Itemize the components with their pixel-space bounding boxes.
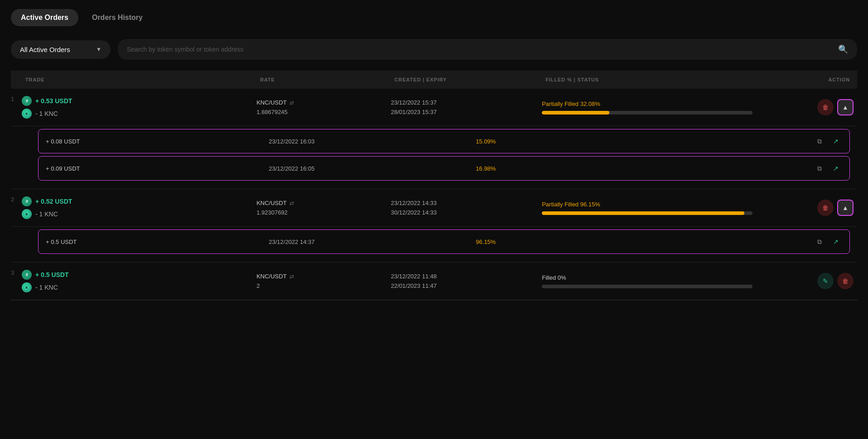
delete-button[interactable]: 🗑 — [817, 99, 834, 115]
table-row: 3 ₮ + 0.5 USDT K - 1 KNC — [11, 262, 857, 300]
expand-button[interactable]: ▲ — [837, 99, 854, 115]
filter-label: All Active Orders — [20, 46, 70, 53]
progress-bar — [542, 211, 752, 215]
expiry-date: 28/01/2023 15:37 — [391, 109, 535, 115]
expand-button[interactable]: ▲ — [837, 200, 854, 216]
trade-out-amount: - 1 KNC — [35, 210, 58, 218]
created-date: 23/12/2022 11:48 — [391, 273, 535, 280]
sub-row-amount: + 0.09 USDT — [46, 165, 269, 172]
usdt-icon: ₮ — [22, 96, 32, 106]
trade-out-amount: - 1 KNC — [35, 110, 58, 117]
page-wrapper: Active Orders Orders History All Active … — [0, 0, 868, 310]
external-link-button[interactable]: ↗ — [829, 162, 842, 175]
sub-rows-row: + 0.5 USDT 23/12/2022 14:37 96.15% ⧉ ↗ — [11, 227, 857, 262]
progress-fill — [542, 211, 744, 215]
search-input[interactable] — [127, 46, 833, 53]
status-cell: Partially Filled 96.15% — [538, 189, 756, 227]
sub-rows-cell: + 0.5 USDT 23/12/2022 14:37 96.15% ⧉ ↗ — [11, 227, 857, 262]
dates-cell: 23/12/2022 11:48 22/01/2023 11:47 — [387, 262, 538, 300]
knc-icon: K — [22, 209, 32, 219]
tabs-row: Active Orders Orders History — [11, 9, 857, 26]
action-cell: 🗑 ▲ — [756, 89, 857, 126]
swap-icon: ⇄ — [289, 200, 294, 206]
trade-out-amount: - 1 KNC — [35, 284, 58, 291]
search-bar: 🔍 — [118, 39, 857, 60]
svg-text:K: K — [25, 213, 28, 216]
status-badge: Partially Filled 32.08% — [542, 100, 752, 107]
col-header-trade: TRADE — [18, 71, 253, 89]
sub-rows-cell: + 0.08 USDT 23/12/2022 16:03 15.09% ⧉ ↗ … — [11, 126, 857, 189]
trade-cell: ₮ + 0.53 USDT K - 1 KNC — [18, 89, 253, 126]
copy-button[interactable]: ⧉ — [813, 162, 826, 175]
delete-button[interactable]: 🗑 — [817, 200, 834, 216]
col-header-rate: RATE — [253, 71, 387, 89]
sub-rows-container: + 0.08 USDT 23/12/2022 16:03 15.09% ⧉ ↗ … — [11, 129, 857, 189]
sub-rows-row: + 0.08 USDT 23/12/2022 16:03 15.09% ⧉ ↗ … — [11, 126, 857, 189]
trade-cell: ₮ + 0.5 USDT K - 1 KNC — [18, 262, 253, 300]
external-link-button[interactable]: ↗ — [829, 235, 842, 248]
created-date: 23/12/2022 14:33 — [391, 200, 535, 206]
table-row: 1 ₮ + 0.53 USDT K - 1 KNC — [11, 89, 857, 126]
rate-cell: KNC/USDT ⇄ 1.88679245 — [253, 89, 387, 126]
svg-text:K: K — [25, 112, 28, 115]
edit-button[interactable]: ✎ — [817, 273, 834, 289]
rate-value: 1.88679245 — [256, 109, 384, 115]
table-row: 2 ₮ + 0.52 USDT K - 1 KNC — [11, 189, 857, 227]
status-cell: Partially Filled 32.08% — [538, 89, 756, 126]
trade-in-amount: + 0.5 USDT — [35, 271, 69, 278]
progress-bar — [542, 285, 752, 288]
sub-row-pct: 16.98% — [476, 165, 635, 172]
progress-fill — [542, 111, 609, 115]
svg-text:K: K — [25, 286, 28, 289]
created-date: 23/12/2022 15:37 — [391, 99, 535, 106]
external-link-button[interactable]: ↗ — [829, 135, 842, 148]
orders-table: TRADE RATE CREATED | EXPIRY FILLED % | S… — [11, 71, 857, 301]
status-cell: Filled 0% — [538, 262, 756, 300]
knc-icon: K — [22, 109, 32, 119]
sub-row-date: 23/12/2022 16:05 — [269, 165, 476, 172]
swap-icon: ⇄ — [289, 100, 294, 106]
sub-row-pct: 15.09% — [476, 138, 635, 145]
col-header-status: FILLED % | STATUS — [538, 71, 756, 89]
status-badge: Partially Filled 96.15% — [542, 201, 752, 208]
swap-icon: ⇄ — [289, 273, 294, 280]
filter-dropdown[interactable]: All Active Orders ▼ — [11, 40, 111, 59]
action-cell: ✎ 🗑 — [756, 262, 857, 300]
usdt-icon: ₮ — [22, 270, 32, 280]
sub-row-date: 23/12/2022 16:03 — [269, 138, 476, 145]
expiry-date: 22/01/2023 11:47 — [391, 282, 535, 289]
sub-rows-container: + 0.5 USDT 23/12/2022 14:37 96.15% ⧉ ↗ — [11, 229, 857, 262]
table-header: TRADE RATE CREATED | EXPIRY FILLED % | S… — [11, 71, 857, 89]
order-number: 2 — [11, 189, 18, 227]
sub-row-date: 23/12/2022 14:37 — [269, 239, 476, 245]
trade-cell: ₮ + 0.52 USDT K - 1 KNC — [18, 189, 253, 227]
copy-button[interactable]: ⧉ — [813, 135, 826, 148]
sub-row-item: + 0.5 USDT 23/12/2022 14:37 96.15% ⧉ ↗ — [38, 229, 850, 254]
tab-orders-history[interactable]: Orders History — [82, 9, 153, 26]
dates-cell: 23/12/2022 14:33 30/12/2022 14:33 — [387, 189, 538, 227]
delete-button[interactable]: 🗑 — [837, 273, 854, 289]
sub-row-pct: 96.15% — [476, 239, 635, 245]
sub-row-item: + 0.09 USDT 23/12/2022 16:05 16.98% ⧉ ↗ — [38, 156, 850, 181]
copy-button[interactable]: ⧉ — [813, 235, 826, 248]
order-number: 1 — [11, 89, 18, 126]
trade-in-amount: + 0.53 USDT — [35, 97, 72, 105]
dates-cell: 23/12/2022 15:37 28/01/2023 15:37 — [387, 89, 538, 126]
knc-icon: K — [22, 282, 32, 292]
rate-cell: KNC/USDT ⇄ 2 — [253, 262, 387, 300]
usdt-icon: ₮ — [22, 196, 32, 206]
tab-active-orders[interactable]: Active Orders — [11, 9, 78, 26]
sub-row-item: + 0.08 USDT 23/12/2022 16:03 15.09% ⧉ ↗ — [38, 129, 850, 153]
filter-row: All Active Orders ▼ 🔍 — [11, 39, 857, 60]
col-header-action: ACTION — [756, 71, 857, 89]
divider-row — [11, 300, 857, 301]
action-cell: 🗑 ▲ — [756, 189, 857, 227]
expiry-date: 30/12/2022 14:33 — [391, 209, 535, 216]
trade-in-amount: + 0.52 USDT — [35, 198, 72, 205]
chevron-down-icon: ▼ — [96, 46, 101, 52]
sub-row-amount: + 0.5 USDT — [46, 239, 269, 245]
sub-row-amount: + 0.08 USDT — [46, 138, 269, 145]
rate-cell: KNC/USDT ⇄ 1.92307692 — [253, 189, 387, 227]
progress-bar — [542, 111, 752, 115]
col-header-dates: CREATED | EXPIRY — [387, 71, 538, 89]
